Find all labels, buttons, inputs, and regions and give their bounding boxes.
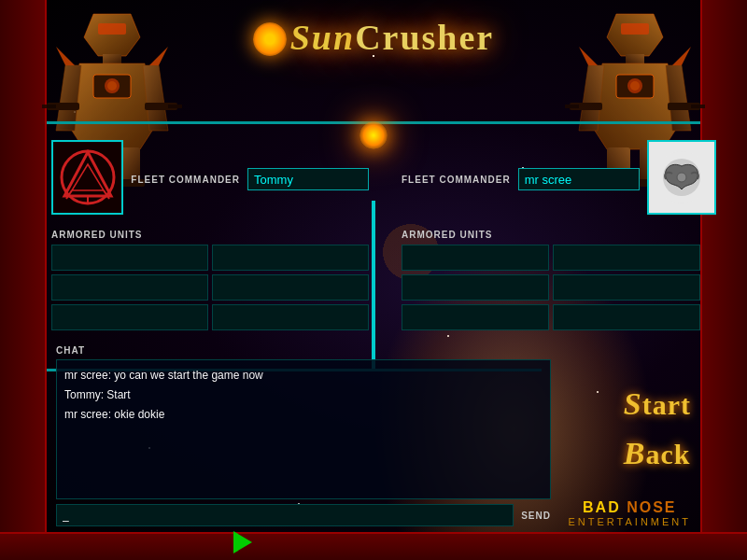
unit-cell-1-1[interactable]: [51, 245, 208, 271]
chat-label: Chat: [56, 345, 551, 356]
start-first-letter: S: [624, 386, 642, 421]
player2-units-grid: [402, 245, 700, 330]
player2-commander-label: Fleet Commander: [402, 175, 511, 185]
brand-nose: NOSE: [627, 499, 676, 515]
back-button[interactable]: Back: [624, 436, 691, 471]
unit-cell-2-1[interactable]: [402, 245, 549, 271]
right-border-panel: [700, 0, 747, 560]
player1-armored-label: Armored Units: [51, 230, 369, 240]
player2-section: Fleet Commander Armored Units: [402, 140, 700, 335]
unit-cell-1-2[interactable]: [212, 245, 369, 271]
unit-cell-1-3[interactable]: [51, 274, 208, 301]
svg-rect-8: [42, 105, 56, 108]
send-arrow-button[interactable]: [233, 531, 252, 553]
player1-units-grid: [51, 245, 369, 330]
unit-cell-1-4[interactable]: [212, 274, 369, 301]
svg-rect-11: [168, 105, 182, 108]
unit-cell-2-2[interactable]: [553, 245, 700, 271]
chat-box: mr scree: yo can we start the game now T…: [56, 359, 551, 499]
send-label: Send: [521, 511, 551, 521]
game-title: SunCrusher: [0, 0, 747, 58]
player1-section: Fleet Commander Armored Units: [51, 140, 369, 335]
chat-input[interactable]: [56, 504, 514, 526]
player1-commander-label: Fleet Commander: [131, 175, 240, 185]
title-part1: Sun: [290, 18, 355, 57]
right-buttons-panel: Start Back: [624, 386, 691, 485]
unit-cell-2-5[interactable]: [402, 304, 549, 330]
chat-section: Chat mr scree: yo can we start the game …: [56, 345, 551, 553]
brand-bad: BAD: [583, 499, 627, 515]
left-border-panel: [0, 0, 47, 560]
brand-line1: BAD NOSE: [569, 499, 692, 516]
chat-msg-3: mr scree: okie dokie: [64, 407, 543, 423]
title-part2: Crusher: [355, 18, 494, 57]
player1-commander-input[interactable]: [247, 168, 369, 190]
unit-cell-2-6[interactable]: [553, 304, 700, 330]
start-button[interactable]: Start: [624, 386, 691, 422]
back-first-letter: B: [624, 436, 646, 470]
unit-cell-1-5[interactable]: [51, 304, 208, 330]
player2-commander-input[interactable]: [518, 168, 640, 190]
player1-avatar: [51, 140, 123, 215]
svg-point-37: [630, 81, 640, 91]
back-rest: ack: [645, 439, 690, 469]
svg-point-46: [677, 173, 686, 182]
center-divider: [372, 201, 375, 369]
svg-rect-30: [691, 105, 705, 108]
unit-cell-1-6[interactable]: [212, 304, 369, 330]
brand-panel: BAD NOSE Entertainment: [569, 499, 692, 527]
sun-icon: [253, 22, 287, 56]
unit-cell-2-4[interactable]: [553, 274, 700, 301]
svg-point-18: [107, 81, 117, 91]
player2-armored-label: Armored Units: [402, 230, 700, 240]
svg-marker-40: [72, 164, 104, 190]
chat-msg-2: Tommy: Start: [64, 387, 543, 403]
svg-rect-27: [565, 105, 579, 108]
brand-line2: Entertainment: [569, 516, 692, 527]
player2-avatar: [647, 140, 716, 215]
unit-cell-2-3[interactable]: [402, 274, 549, 301]
chat-msg-1: mr scree: yo can we start the game now: [64, 368, 543, 384]
start-rest: tart: [642, 389, 691, 420]
